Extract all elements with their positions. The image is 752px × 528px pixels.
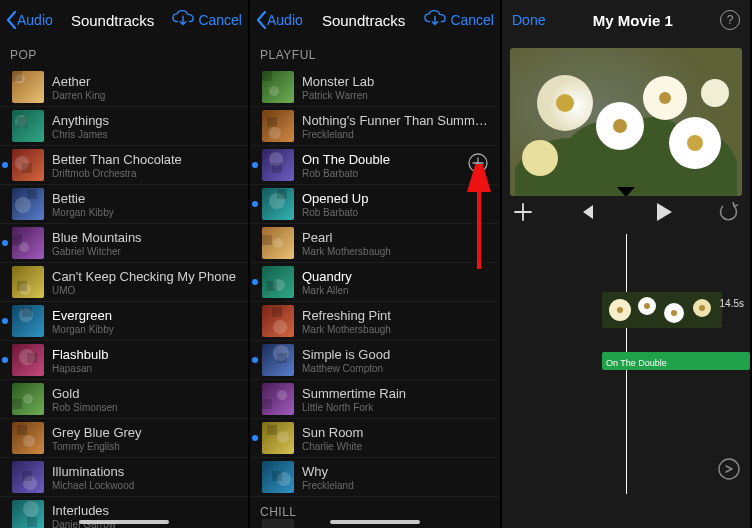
svg-rect-74 (272, 307, 282, 317)
track-row[interactable]: Why Freckleland (250, 458, 500, 497)
help-button[interactable]: ? (720, 10, 740, 30)
track-row[interactable]: Quandry Mark Allen (250, 263, 500, 302)
track-thumbnail (262, 305, 294, 337)
soundtracks-panel-pop: Audio Soundtracks Cancel POP Aether Darr… (0, 0, 250, 528)
track-title: Gold (52, 386, 240, 401)
track-artist: Mark Allen (302, 285, 492, 296)
back-button[interactable]: Audio (256, 11, 303, 29)
project-title: My Movie 1 (593, 12, 673, 29)
track-artist: Hapasan (52, 363, 240, 374)
track-thumbnail (12, 266, 44, 298)
add-track-button[interactable] (468, 153, 492, 177)
track-row[interactable]: Opened Up Rob Barbato (250, 185, 500, 224)
undo-button[interactable] (718, 202, 738, 226)
track-thumbnail (262, 344, 294, 376)
track-row[interactable]: Nothing's Funner Than Summ… Freckleland (250, 107, 500, 146)
track-artist: UMO (52, 285, 240, 296)
video-clip[interactable] (602, 292, 722, 328)
timeline-more-button[interactable] (718, 458, 740, 484)
cancel-button[interactable]: Cancel (198, 12, 242, 28)
home-indicator[interactable] (79, 520, 169, 524)
svg-point-81 (277, 390, 287, 400)
track-title: Illuminations (52, 464, 240, 479)
track-artist: Chris James (52, 129, 240, 140)
track-title: Summertime Rain (302, 386, 492, 401)
track-row[interactable]: Aether Darren King (0, 68, 248, 107)
track-thumbnail (12, 188, 44, 220)
done-button[interactable]: Done (512, 12, 545, 28)
track-row[interactable]: Grey Blue Grey Tommy English (0, 419, 248, 458)
track-thumbnail (12, 149, 44, 181)
home-indicator[interactable] (330, 520, 420, 524)
cloud-download-icon (172, 9, 194, 27)
track-artist: Rob Barbato (302, 207, 492, 218)
add-media-button[interactable] (514, 203, 532, 225)
timeline[interactable]: 14.5s On The Double (502, 234, 750, 494)
svg-rect-10 (22, 163, 32, 173)
svg-rect-90 (272, 471, 282, 481)
download-all-button[interactable] (172, 9, 194, 31)
track-row[interactable]: Bettie Morgan Kibby (0, 185, 248, 224)
track-row[interactable]: Gold Rob Simonsen (0, 380, 248, 419)
svg-point-49 (269, 86, 279, 96)
track-artist: Darren King (52, 90, 240, 101)
svg-rect-6 (17, 117, 27, 127)
play-button[interactable] (652, 201, 674, 227)
audio-clip[interactable]: On The Double (602, 352, 750, 370)
svg-rect-26 (22, 307, 32, 317)
svg-point-53 (269, 127, 281, 139)
cloud-download-icon (424, 9, 446, 27)
track-thumbnail (12, 344, 44, 376)
track-row[interactable]: Monster Lab Patrick Warren (250, 68, 500, 107)
video-preview[interactable] (510, 48, 742, 196)
track-list: Aether Darren King Anythings Chris James… (0, 68, 248, 528)
track-thumbnail (262, 266, 294, 298)
track-thumbnail (12, 110, 44, 142)
track-row[interactable]: Better Than Chocolate Driftmob Orchestra (0, 146, 248, 185)
track-row[interactable]: On The Double Rob Barbato (250, 146, 500, 185)
track-artist: Patrick Warren (302, 90, 492, 101)
svg-rect-92 (262, 519, 294, 529)
track-row[interactable]: Summertime Rain Little North Fork (250, 380, 500, 419)
plus-circle-icon (468, 153, 488, 173)
svg-rect-78 (277, 353, 287, 363)
download-all-button[interactable] (424, 9, 446, 31)
track-thumbnail (262, 110, 294, 142)
track-title: Nothing's Funner Than Summ… (302, 113, 492, 128)
svg-point-99 (613, 119, 627, 133)
track-row[interactable]: Anythings Chris James (0, 107, 248, 146)
svg-rect-50 (262, 71, 272, 81)
svg-point-115 (719, 459, 739, 479)
track-row[interactable]: Simple is Good Matthew Compton (250, 341, 500, 380)
track-artist: Morgan Kibby (52, 207, 240, 218)
svg-point-33 (23, 394, 33, 404)
track-title: Quandry (302, 269, 492, 284)
track-thumbnail (12, 305, 44, 337)
svg-point-112 (671, 310, 677, 316)
track-row[interactable]: Refreshing Pint Mark Mothersbaugh (250, 302, 500, 341)
track-row[interactable]: Flashbulb Hapasan (0, 341, 248, 380)
track-row[interactable]: Evergreen Morgan Kibby (0, 302, 248, 341)
track-thumbnail (12, 461, 44, 493)
downloaded-dot-icon (252, 162, 258, 168)
track-row[interactable]: Pearl Mark Mothersbaugh (250, 224, 500, 263)
track-title: Grey Blue Grey (52, 425, 240, 440)
svg-point-13 (15, 197, 31, 213)
svg-rect-4 (12, 110, 44, 142)
editor-header: Done My Movie 1 ? (502, 0, 750, 40)
track-row[interactable]: Blue Mountains Gabriel Witcher (0, 224, 248, 263)
track-row[interactable]: Sun Room Charlie White (250, 419, 500, 458)
track-row[interactable]: Illuminations Michael Lockwood (0, 458, 248, 497)
svg-point-114 (699, 305, 705, 311)
nav-header: Audio Soundtracks Cancel (250, 0, 500, 40)
svg-rect-42 (22, 471, 32, 481)
back-button[interactable]: Audio (6, 11, 53, 29)
track-thumbnail (12, 500, 44, 528)
track-thumbnail (12, 383, 44, 415)
track-row[interactable]: Can't Keep Checking My Phone UMO (0, 263, 248, 302)
svg-point-65 (273, 238, 283, 248)
nav-header: Audio Soundtracks Cancel (0, 0, 248, 40)
skip-back-button[interactable] (578, 203, 596, 225)
cancel-button[interactable]: Cancel (450, 12, 494, 28)
downloaded-dot-icon (2, 240, 8, 246)
